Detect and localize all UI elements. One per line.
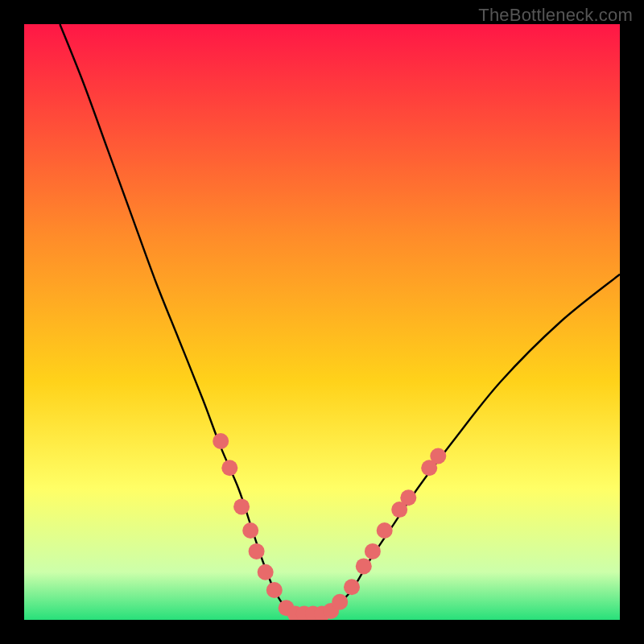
border-left [0, 0, 24, 644]
bottleneck-chart [0, 0, 644, 644]
curve-marker [233, 498, 250, 514]
curve-marker [400, 489, 416, 506]
curve-marker [213, 433, 229, 449]
chart-frame: TheBottleneck.com [0, 0, 644, 644]
border-bottom [0, 620, 644, 644]
curve-marker [221, 460, 237, 476]
curve-marker [258, 564, 274, 580]
curve-marker [430, 448, 446, 464]
curve-marker [266, 582, 283, 598]
curve-marker [344, 579, 360, 595]
curve-marker [242, 522, 258, 539]
curve-marker [332, 594, 348, 610]
curve-marker [377, 522, 393, 539]
curve-marker [365, 543, 381, 559]
curve-marker [356, 558, 372, 574]
border-right [620, 0, 644, 644]
watermark-text: TheBottleneck.com [478, 5, 633, 26]
curve-marker [249, 543, 265, 559]
plot-background [24, 24, 620, 620]
